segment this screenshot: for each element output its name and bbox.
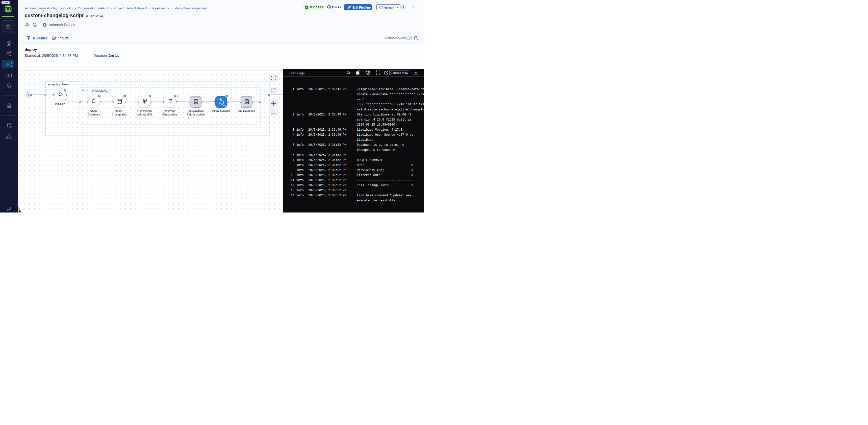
svg-text:?: ? [8,207,9,210]
